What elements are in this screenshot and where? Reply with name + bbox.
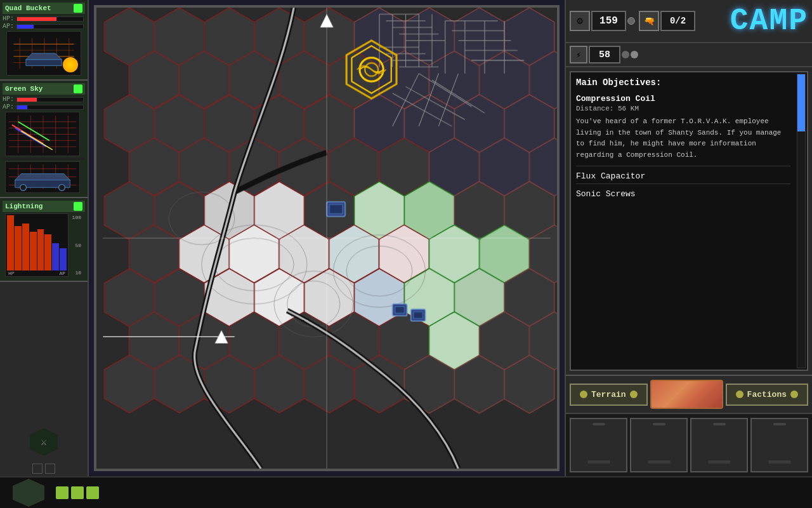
inv-slot-1[interactable]	[570, 418, 627, 472]
chart-bars-area	[6, 214, 68, 271]
objective-1: Compression Coil Distance: 56 KM You've …	[576, 94, 790, 166]
svg-rect-162	[395, 307, 405, 313]
ap-bar-container-1	[16, 24, 84, 29]
bottom-button-row: Terrain Factions	[566, 375, 812, 413]
stat3-dot2	[631, 51, 638, 58]
center-toggle-button[interactable]	[650, 380, 723, 409]
inventory-row	[566, 413, 812, 476]
bottom-status-bar	[0, 476, 812, 508]
terrain-btn-dot-right	[630, 391, 638, 398]
unit-avatar-quad-bucket	[6, 31, 81, 76]
slot-top-handle-4	[773, 423, 786, 425]
hex-icon-1[interactable]: ⚔	[30, 428, 58, 456]
objectives-title: Main Objectives:	[576, 77, 790, 88]
objectives-content: Main Objectives: Compression Coil Distan…	[576, 77, 790, 199]
sidebar-bottom: ⚔	[0, 282, 88, 476]
chart-y-100: 100	[70, 215, 81, 220]
status-light-3	[86, 486, 99, 499]
slot-bottom-handle-1	[587, 460, 610, 464]
unit-name-green-sky: Green Sky	[5, 85, 43, 93]
status-light-2	[71, 486, 84, 499]
chart-bar-6	[44, 234, 51, 271]
slot-top-handle-1	[593, 423, 605, 425]
hp-label-2: HP:	[3, 96, 15, 103]
objective-3: Sonic Screws	[576, 189, 790, 199]
objective-1-name: Compression Coil	[576, 94, 790, 104]
camp-title-container: CAMP	[730, 4, 808, 38]
unit-avatar-green-sky	[5, 112, 80, 156]
hp-label-1: HP:	[3, 15, 15, 22]
objective-2-name: Flux Capacitor	[576, 171, 790, 181]
map-frame[interactable]	[94, 5, 560, 471]
inv-slot-4[interactable]	[750, 418, 808, 472]
stat1-value: 159	[591, 11, 626, 31]
camp-title: CAMP	[730, 4, 808, 38]
slot-bottom-handle-4	[768, 460, 790, 464]
svg-point-35	[59, 185, 65, 191]
chart-axis: HP AP	[6, 271, 68, 276]
terrain-btn-dot-left	[580, 391, 587, 398]
status-dots	[0, 461, 88, 476]
left-sidebar: Quad Bucket HP: AP:	[0, 0, 89, 476]
top-stats-bar: ⚙ 159 🔫 0/2 CAMP	[566, 0, 812, 43]
chart-label-hp: HP	[8, 271, 15, 276]
objective-2: Flux Capacitor	[576, 171, 790, 184]
hex-status-icon	[13, 479, 44, 507]
stat3-dot	[622, 51, 629, 58]
unit-green-sky: Green Sky HP: AP:	[0, 81, 88, 198]
ap-bar-container-2	[16, 105, 84, 110]
terrain-button[interactable]: Terrain	[570, 384, 648, 406]
unit-name-quad-bucket: Quad Bucket	[5, 4, 51, 12]
stat1-dot	[627, 17, 635, 25]
chart-y-labels: 100 50 10	[69, 213, 82, 277]
svg-rect-164	[414, 312, 423, 318]
objective-1-detail: Distance: 56 KM	[576, 105, 790, 112]
chart-bar-7	[52, 243, 59, 271]
unit-svg-mini	[6, 161, 79, 192]
stat2-value: 0/2	[660, 11, 695, 31]
lightning-chart-container: HP AP 100 50 10	[5, 213, 82, 277]
slot-bottom-handle-3	[708, 460, 730, 464]
right-panel: ⚙ 159 🔫 0/2 CAMP ⚡ 58	[565, 0, 812, 476]
objective-3-name: Sonic Screws	[576, 189, 790, 199]
chart-y-50: 50	[70, 243, 81, 248]
svg-rect-160	[329, 204, 343, 214]
spacer-1	[3, 157, 85, 160]
unit-indicator-green-sky	[74, 84, 82, 93]
unit-lightning: Lightning HP	[0, 198, 88, 282]
stat3-value: 58	[589, 46, 620, 64]
hp-bar-1	[17, 17, 56, 21]
scrollbar-thumb	[797, 74, 805, 131]
second-stats-bar: ⚡ 58	[566, 43, 812, 67]
inv-slot-2[interactable]	[630, 418, 688, 472]
chart-bar-2	[15, 226, 22, 271]
ap-bar-1	[17, 25, 34, 29]
hp-bar-container-2	[16, 97, 84, 102]
hex-icon-1-symbol: ⚔	[41, 436, 47, 448]
factions-button[interactable]: Factions	[726, 384, 808, 406]
unit-quad-bucket: Quad Bucket HP: AP:	[0, 0, 88, 81]
lightning-chart: HP AP	[5, 213, 69, 277]
inv-slot-3[interactable]	[690, 418, 748, 472]
hex-icons: ⚔	[0, 423, 88, 461]
scrollbar-track[interactable]	[797, 74, 806, 368]
stat2-icon: 🔫	[639, 11, 659, 31]
map-container	[89, 0, 565, 476]
hp-bar-container-1	[16, 17, 84, 22]
factions-btn-dot-right	[790, 391, 798, 398]
chart-bar-4	[30, 232, 37, 271]
status-light-1	[56, 486, 69, 499]
objectives-panel: Main Objectives: Compression Coil Distan…	[570, 71, 808, 371]
chart-bar-3	[22, 224, 29, 271]
unit-indicator-quad-bucket	[74, 4, 82, 13]
stat-block-1: ⚙ 159	[570, 11, 635, 31]
chart-bar-5	[37, 229, 44, 271]
slot-top-handle-3	[713, 423, 726, 425]
chart-y-10: 10	[70, 270, 81, 276]
unit-svg-green-sky	[6, 112, 79, 156]
map-svg	[96, 8, 557, 469]
unit-indicator-lightning	[74, 202, 82, 211]
factions-btn-dot-left	[736, 391, 743, 398]
bottom-status-lights	[56, 486, 99, 499]
stat1-icon: ⚙	[570, 11, 590, 31]
